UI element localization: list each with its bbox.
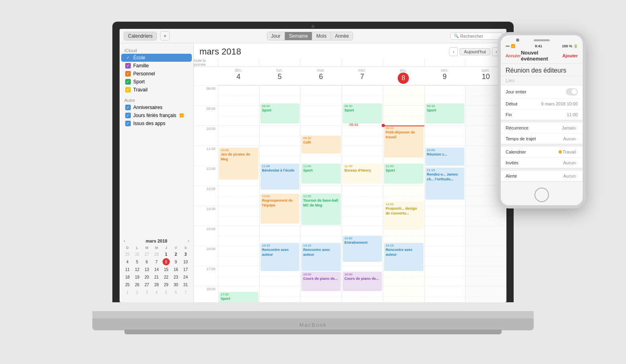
cal-prev-btn[interactable]: ‹ — [449, 47, 458, 56]
iphone-event-name[interactable]: Réunion des éditeurs — [501, 64, 583, 76]
mini-day-21[interactable]: 21 — [153, 273, 160, 281]
search-box[interactable]: 🔍 — [450, 32, 502, 40]
iphone-cancel-button[interactable]: Annuler — [506, 53, 521, 58]
mini-cal-prev[interactable]: ‹ — [124, 238, 125, 244]
event-piano-mer7[interactable]: 16:00 Cours de piano de... — [343, 272, 382, 291]
mini-day-29[interactable]: 29 — [163, 281, 170, 288]
header-jeu8[interactable]: jeu. 8 — [383, 67, 424, 85]
mini-day-2[interactable]: 2 — [172, 251, 179, 258]
header-mar6[interactable]: mar. 6 — [300, 67, 341, 85]
event-rencontre-jeu8[interactable]: 14:15 Rencontre avec auteur — [384, 243, 423, 271]
event-sport-ven9[interactable]: 08:30 Sport — [425, 103, 465, 123]
mini-day-apr3[interactable]: 3 — [143, 289, 150, 296]
mini-day-17[interactable]: 17 — [182, 266, 189, 273]
mini-cal-next[interactable]: › — [188, 238, 189, 244]
event-proposition[interactable]: 13:00 Propositi... design de couvertu... — [384, 202, 423, 230]
event-rencontre-mar6[interactable]: 14:15 Rencontre avec auteur — [301, 243, 341, 271]
iphone-row-recurrence[interactable]: Récurrence Jamais › — [501, 123, 583, 133]
mini-day-30[interactable]: 30 — [172, 281, 179, 288]
event-jeu-pirates[interactable]: 10:00 Jeu de pirates de Meg — [219, 148, 258, 180]
event-tournoi[interactable]: 12:30 Tournoi de base-ball MC de Meg — [301, 194, 341, 225]
view-annee-button[interactable]: Année — [331, 32, 353, 40]
mini-day-22[interactable]: 22 — [163, 273, 170, 281]
mini-day-25[interactable]: 25 — [124, 251, 131, 258]
calendars-button[interactable]: Calendriers — [124, 32, 157, 40]
iphone-row-jour-entier[interactable]: Jour entier — [501, 85, 583, 99]
mini-day-apr2[interactable]: 2 — [134, 289, 141, 296]
mini-day-apr5[interactable]: 5 — [163, 289, 170, 296]
mini-day-20[interactable]: 20 — [143, 273, 150, 281]
mini-day-28b[interactable]: 28 — [153, 281, 160, 288]
event-sport-jeu8[interactable]: 11:00 Sport — [384, 164, 423, 184]
mini-day-apr1[interactable]: 1 — [124, 289, 131, 296]
iphone-home-button[interactable] — [535, 188, 549, 202]
mini-day-27[interactable]: 27 — [143, 251, 150, 258]
header-ven9[interactable]: ven. 9 — [424, 67, 465, 85]
mini-day-9[interactable]: 9 — [172, 258, 179, 265]
mini-day-24[interactable]: 24 — [182, 273, 189, 281]
event-petit-dej[interactable]: 09:00 Petit-déjeuner de travail — [384, 125, 423, 158]
event-sport-mer7[interactable]: 08:30 Sport — [343, 103, 382, 123]
mini-day-apr4[interactable]: 4 — [153, 289, 160, 296]
cal-today-btn[interactable]: Aujourd'hui — [459, 48, 490, 55]
sidebar-item-travail[interactable]: ✓ Travail — [121, 86, 192, 94]
event-regroupement[interactable]: 12:00 Regroupement de l'équipe — [260, 194, 300, 224]
event-piano-mar6[interactable]: 16:00 Cours de piano de... — [301, 272, 341, 291]
iphone-location-field[interactable]: Lieu — [501, 76, 583, 85]
mini-day-1[interactable]: 1 — [163, 251, 170, 258]
iphone-row-temps-trajet[interactable]: Temps de trajet Aucun › — [501, 133, 583, 144]
mini-day-3[interactable]: 3 — [182, 251, 189, 258]
mini-day-8[interactable]: 8 — [163, 258, 170, 265]
sidebar-item-ecole[interactable]: ✓ École — [121, 54, 192, 62]
event-entrainement[interactable]: 14:00 Entraînement — [343, 236, 382, 262]
mini-day-13[interactable]: 13 — [143, 266, 150, 273]
mini-day-14[interactable]: 14 — [153, 266, 160, 273]
header-lun5[interactable]: lun. 5 — [259, 67, 301, 85]
add-calendar-button[interactable]: + — [160, 31, 170, 40]
sidebar-item-personnel[interactable]: ✓ Personnel — [121, 70, 192, 78]
sidebar-item-jours-feries[interactable]: ✓ Jours fériés français 📶 — [121, 111, 192, 119]
mini-day-10[interactable]: 10 — [182, 258, 189, 265]
event-sport-dim4[interactable]: 17:00 Sport — [219, 292, 258, 302]
event-cafe[interactable]: 09:30 Café — [301, 135, 341, 154]
sidebar-item-famille[interactable]: ✓ Famille — [121, 62, 192, 70]
view-jour-button[interactable]: Jour — [267, 32, 285, 40]
iphone-row-debut[interactable]: Début 9 mars 2018 10:00 — [501, 99, 583, 109]
event-reunion-c[interactable]: 10:00 Réunion c... — [425, 148, 465, 166]
sidebar-item-issus-apps[interactable]: ✓ Issus des apps — [121, 119, 192, 127]
day-col-lun5[interactable]: 08:30 Sport 11:00 Bénévolat à l'école 12… — [259, 85, 301, 302]
mini-day-apr7[interactable]: 7 — [182, 289, 189, 296]
event-bureau-henry[interactable]: 11:00 Bureau d'Henry — [343, 164, 382, 184]
mini-day-28[interactable]: 28 — [153, 251, 160, 258]
event-rencontre-lun5[interactable]: 14:15 Rencontre avec auteur — [260, 243, 300, 271]
event-benevolat[interactable]: 11:00 Bénévolat à l'école — [260, 164, 300, 190]
day-col-mer7[interactable]: 08:30 Sport 11:00 Bureau d'Henry 14:00 — [341, 85, 383, 302]
mini-day-6[interactable]: 6 — [143, 258, 150, 265]
iphone-row-alerte[interactable]: Alerte Aucun › — [501, 171, 583, 181]
event-sport-lun5[interactable]: 08:30 Sport — [260, 103, 300, 123]
day-col-jeu8[interactable]: 09:41 09:00 Petit-déjeuner de travail 11… — [383, 85, 424, 302]
mini-day-18[interactable]: 18 — [124, 273, 131, 281]
mini-day-26[interactable]: 26 — [134, 251, 141, 258]
mini-day-23[interactable]: 23 — [172, 273, 179, 281]
iphone-row-calendrier[interactable]: Calendrier Travail › — [501, 147, 583, 158]
mini-day-4[interactable]: 4 — [124, 258, 131, 265]
view-mois-button[interactable]: Mois — [312, 32, 331, 40]
day-col-mar6[interactable]: 09:30 Café 11:00 Sport 12:30 — [300, 85, 341, 302]
iphone-add-button[interactable]: Ajouter — [563, 53, 578, 58]
header-dim4[interactable]: dim. 4 — [218, 67, 259, 85]
mini-day-27b[interactable]: 27 — [143, 281, 150, 288]
jour-entier-toggle[interactable] — [566, 88, 578, 95]
mini-day-15[interactable]: 15 — [163, 266, 170, 273]
mini-day-19[interactable]: 19 — [134, 273, 141, 281]
mini-day-5[interactable]: 5 — [134, 258, 141, 265]
iphone-row-fin[interactable]: Fin 11:00 — [501, 109, 583, 120]
search-input[interactable] — [460, 34, 500, 38]
mini-day-11[interactable]: 11 — [124, 266, 131, 273]
day-col-dim4[interactable]: 10:00 Jeu de pirates de Meg 17:00 Sport — [218, 85, 259, 302]
day-col-ven9[interactable]: 08:30 Sport 10:00 Réunion c... 11:15 — [424, 85, 465, 302]
mini-day-25b[interactable]: 25 — [124, 281, 131, 288]
event-rendez-james[interactable]: 11:15 Rendez-v... James ch... l'orthodo.… — [425, 168, 465, 200]
sidebar-item-sport[interactable]: ✓ Sport — [121, 78, 192, 86]
event-sport-mar6[interactable]: 11:00 Sport — [301, 164, 341, 184]
